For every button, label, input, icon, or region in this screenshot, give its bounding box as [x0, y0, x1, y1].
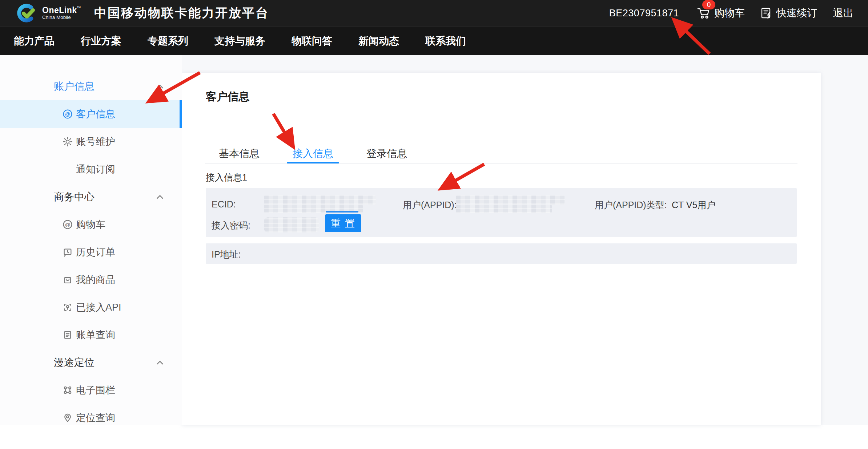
appid-type-label: 用户(APPID)类型: [595, 199, 667, 211]
sidebar-item-electronic-fence[interactable]: 电子围栏 [0, 376, 182, 404]
site-title: 中国移动物联卡能力开放平台 [94, 5, 269, 21]
cart-label: 购物车 [714, 6, 745, 20]
ip-panel: IP地址: [206, 243, 797, 264]
sidebar-item-account-maintenance[interactable]: 账号维护 [0, 128, 182, 155]
chevron-up-icon [156, 359, 164, 366]
chevron-up-icon [156, 83, 164, 90]
nav-item-topic-series[interactable]: 专题系列 [148, 34, 188, 48]
sidebar-section-mantu-location[interactable]: 漫途定位 [0, 349, 182, 376]
chevron-up-icon [156, 194, 164, 200]
ip-label: IP地址: [212, 248, 241, 260]
quick-renew-icon [760, 7, 773, 20]
quick-renew-button[interactable]: 快速续订 [760, 6, 817, 20]
access-info-section-label: 接入信息1 [206, 171, 247, 183]
workspace: 账户信息@客户信息账号维护通知订阅商务中心@购物车历史订单我的商品已接入API账… [0, 55, 868, 425]
topbar: OneLink™ China Mobile 中国移动物联卡能力开放平台 BE23… [0, 0, 868, 26]
main-nav: 能力产品行业方案专题系列支持与服务物联问答新闻动态联系我们 [0, 26, 868, 55]
appid-value-redacted [456, 195, 565, 205]
ecid-label: ECID: [212, 199, 236, 210]
at-circle-icon: @ [63, 219, 73, 230]
tab-access-info[interactable]: 接入信息 [289, 144, 337, 163]
sidebar-section-label: 漫途定位 [54, 356, 95, 369]
sidebar-item-label: 账单查询 [76, 328, 115, 341]
key-icon [63, 302, 73, 312]
access-password-redacted [264, 217, 319, 232]
nav-item-support-services[interactable]: 支持与服务 [214, 34, 265, 48]
tab-basic-info[interactable]: 基本信息 [215, 144, 263, 163]
nav-item-industry-solutions[interactable]: 行业方案 [81, 34, 121, 48]
sidebar-item-notification-subscription[interactable]: 通知订阅 [0, 155, 182, 183]
fence-icon [63, 385, 73, 395]
content-card: 客户信息 基本信息接入信息登录信息 接入信息1 ECID: 用户(APPID):… [182, 73, 821, 425]
svg-text:@: @ [65, 111, 70, 117]
tab-bar: 基本信息接入信息登录信息 [215, 144, 437, 163]
sidebar-item-label: 通知订阅 [76, 163, 115, 176]
logout-button[interactable]: 退出 [833, 6, 853, 20]
access-info-panel: ECID: 用户(APPID): 用户(APPID)类型: CT V5用户 接入… [206, 188, 797, 237]
sidebar-item-customer-info[interactable]: @客户信息 [0, 100, 182, 128]
sidebar-item-label: 定位查询 [76, 411, 115, 424]
sidebar-section-label: 商务中心 [54, 190, 95, 204]
sidebar-section-business-center[interactable]: 商务中心 [0, 183, 182, 211]
sidebar-item-label: 客户信息 [76, 108, 115, 121]
sidebar-item-label: 购物车 [76, 218, 105, 231]
sidebar-item-label: 账号维护 [76, 135, 115, 148]
page-title: 客户信息 [206, 89, 249, 104]
sidebar-item-location-query[interactable]: 定位查询 [0, 404, 182, 425]
sidebar: 账户信息@客户信息账号维护通知订阅商务中心@购物车历史订单我的商品已接入API账… [0, 55, 182, 425]
bag-icon [63, 275, 73, 285]
appid-label: 用户(APPID): [403, 199, 457, 211]
sidebar-item-bill-query[interactable]: 账单查询 [0, 321, 182, 349]
brand-subtitle: China Mobile [42, 15, 81, 20]
tab-divider [205, 163, 797, 164]
sidebar-item-connected-api[interactable]: 已接入API [0, 294, 182, 321]
redacted-link-underline [326, 211, 358, 213]
onelink-logo-icon [16, 3, 37, 24]
topbar-right: BE2307951871 0 购物车 快速续订 退出 [609, 6, 853, 20]
account-id: BE2307951871 [609, 8, 679, 19]
appid-value-redacted-line2 [456, 205, 552, 213]
sidebar-item-label: 历史订单 [76, 246, 115, 259]
sidebar-section-label: 账户信息 [54, 80, 95, 93]
ecid-value-redacted [264, 195, 376, 205]
sidebar-item-history-orders[interactable]: 历史订单 [0, 238, 182, 266]
bill-icon [63, 330, 73, 340]
access-password-label: 接入密码: [212, 219, 250, 231]
sidebar-item-shopping-cart[interactable]: @购物车 [0, 211, 182, 238]
sidebar-item-label: 已接入API [76, 301, 121, 314]
brand-block: OneLink™ China Mobile [42, 6, 81, 20]
cart-button[interactable]: 0 购物车 [696, 6, 745, 20]
nav-item-capability-products[interactable]: 能力产品 [14, 34, 55, 48]
quick-renew-label: 快速续订 [776, 6, 817, 20]
history-icon [63, 247, 73, 257]
gear-icon [63, 137, 73, 147]
at-circle-icon: @ [63, 109, 73, 119]
sidebar-item-my-products[interactable]: 我的商品 [0, 266, 182, 294]
svg-text:@: @ [65, 222, 70, 227]
nav-item-contact-us[interactable]: 联系我们 [425, 34, 466, 48]
reset-password-button[interactable]: 重 置 [325, 214, 361, 232]
brand-tm: ™ [77, 5, 81, 10]
nav-item-news[interactable]: 新闻动态 [358, 34, 399, 48]
pin-icon [63, 413, 73, 423]
sidebar-item-label: 我的商品 [76, 273, 115, 286]
cart-badge: 0 [702, 0, 715, 9]
sidebar-section-account-info[interactable]: 账户信息 [0, 73, 182, 100]
appid-type-value: CT V5用户 [672, 199, 715, 211]
footer-strip [0, 425, 868, 449]
tab-login-info[interactable]: 登录信息 [363, 144, 411, 163]
nav-item-iot-qa[interactable]: 物联问答 [292, 34, 332, 48]
sidebar-item-label: 电子围栏 [76, 384, 115, 397]
brand-name: OneLink [42, 5, 77, 15]
